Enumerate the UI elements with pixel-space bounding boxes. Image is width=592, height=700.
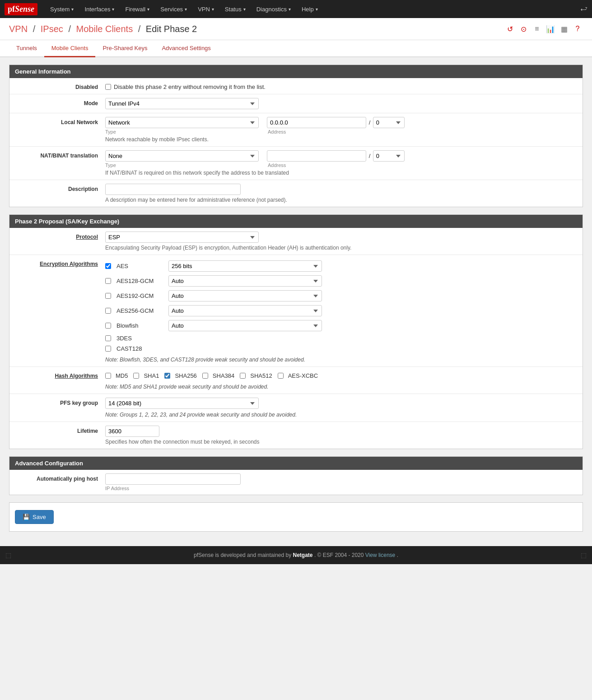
label-hash: Hash Algorithms — [15, 371, 105, 379]
select-enc-aes-bits[interactable]: 128 bits 192 bits 256 bits Auto — [168, 260, 322, 272]
footer: ⬚ pfSense is developed and maintained by… — [0, 546, 592, 564]
enc-row-blowfish: Blowfish Auto 128 bits192 bits256 bits — [105, 318, 577, 333]
checkbox-enc-blowfish[interactable] — [105, 323, 111, 329]
checkbox-disabled[interactable] — [105, 84, 111, 90]
local-network-help: Network reachable by mobile IPsec client… — [105, 136, 577, 143]
input-lifetime[interactable] — [105, 426, 159, 437]
checkbox-hash-sha384[interactable] — [202, 373, 208, 379]
breadcrumb-vpn[interactable]: VPN — [9, 24, 28, 34]
hash-item-aes-xcbc: AES-XCBC — [278, 372, 318, 379]
select-nat-type[interactable]: None Network Address — [105, 150, 259, 162]
select-local-network-type[interactable]: Network LAN subnet WAN subnet Address — [105, 117, 259, 128]
breadcrumb-sep-1: / — [33, 24, 38, 34]
row-nat: NAT/BINAT translation None Network Addre… — [9, 147, 583, 180]
input-local-network-addr[interactable] — [267, 117, 366, 128]
checkbox-enc-cast128[interactable] — [105, 346, 111, 352]
content-protocol: ESP AH Encapsulating Security Payload (E… — [105, 232, 577, 251]
enc-label-aes: AES — [105, 263, 164, 269]
nav-vpn[interactable]: VPN ▾ — [192, 0, 219, 18]
input-description[interactable] — [105, 184, 241, 195]
content-description: A description may be entered here for ad… — [105, 184, 577, 203]
select-enc-blowfish-bits[interactable]: Auto 128 bits192 bits256 bits — [168, 320, 322, 331]
breadcrumb-sep-3: / — [138, 24, 143, 34]
lifetime-spinner — [105, 426, 159, 437]
section-advanced-header: Advanced Configuration — [9, 457, 583, 470]
breadcrumb-actions: ↺ ⊙ ≡ 📊 ▦ ? — [504, 23, 583, 34]
select-nat-mask[interactable]: 018162432 — [373, 150, 405, 162]
description-help: A description may be entered here for ad… — [105, 197, 577, 203]
top-navigation: pfSense System ▾ Interfaces ▾ Firewall ▾… — [0, 0, 592, 18]
hash-label-sha1: SHA1 — [144, 372, 159, 379]
checkbox-hash-sha256[interactable] — [164, 373, 170, 379]
select-local-network-mask[interactable]: 0128162432 — [373, 117, 405, 128]
checkbox-hash-sha512[interactable] — [240, 373, 246, 379]
nav-interfaces[interactable]: Interfaces ▾ — [79, 0, 120, 18]
nav-system[interactable]: System ▾ — [45, 0, 79, 18]
checkbox-hash-sha1[interactable] — [133, 373, 139, 379]
content-disabled: Disable this phase 2 entry without remov… — [105, 82, 577, 90]
select-enc-aes192gcm-bits[interactable]: Auto 64 bits96 bits128 bits — [168, 290, 322, 301]
checkbox-enc-aes256gcm[interactable] — [105, 308, 111, 314]
hash-algorithms-row: MD5 SHA1 SHA256 SHA384 — [105, 371, 577, 381]
save-label: Save — [33, 514, 46, 520]
enc-label-cast128: CAST128 — [105, 345, 164, 352]
enc-label-aes256gcm: AES256-GCM — [105, 307, 164, 314]
breadcrumb-mobile-clients[interactable]: Mobile Clients — [76, 24, 133, 34]
checkbox-enc-aes[interactable] — [105, 263, 111, 269]
nav-services[interactable]: Services ▾ — [155, 0, 192, 18]
select-protocol[interactable]: ESP AH — [105, 232, 259, 243]
nav-status[interactable]: Status ▾ — [219, 0, 251, 18]
tabs-bar: Tunnels Mobile Clients Pre-Shared Keys A… — [0, 40, 592, 57]
select-pfs[interactable]: off 1 (768 bit) 2 (1024 bit) 5 (1536 bit… — [105, 398, 259, 409]
hash-item-sha1: SHA1 — [133, 372, 159, 379]
breadcrumb-ipsec[interactable]: IPsec — [41, 24, 63, 34]
input-ping-host[interactable] — [105, 473, 241, 485]
content-pfs: off 1 (768 bit) 2 (1024 bit) 5 (1536 bit… — [105, 398, 577, 418]
topnav-action-icon[interactable]: ⮐ — [580, 5, 587, 13]
grid-icon[interactable]: ▦ — [559, 23, 569, 34]
footer-license-link[interactable]: View license — [365, 552, 395, 558]
select-mode[interactable]: Tunnel IPv4 Tunnel IPv6 Transport — [105, 98, 259, 109]
section-advanced: Advanced Configuration Automatically pin… — [9, 456, 583, 495]
content-encryption: AES 128 bits 192 bits 256 bits Auto AES1 — [105, 259, 577, 363]
checkbox-hash-aes-xcbc[interactable] — [278, 373, 284, 379]
hash-note: Note: MD5 and SHA1 provide weak security… — [105, 384, 577, 390]
logo[interactable]: pfSense — [5, 3, 37, 15]
checkbox-enc-3des[interactable] — [105, 335, 111, 341]
breadcrumb: VPN / IPsec / Mobile Clients / Edit Phas… — [9, 24, 197, 34]
row-protocol: Protocol ESP AH Encapsulating Security P… — [9, 228, 583, 255]
save-button[interactable]: 💾 Save — [15, 510, 54, 524]
checkbox-hash-md5[interactable] — [105, 373, 111, 379]
list-icon[interactable]: ≡ — [531, 23, 542, 34]
checkbox-enc-aes128gcm[interactable] — [105, 278, 111, 284]
tab-mobile-clients[interactable]: Mobile Clients — [44, 40, 96, 57]
label-disabled: Disabled — [15, 82, 105, 90]
reload-icon[interactable]: ↺ — [504, 23, 515, 34]
nav-diagnostics[interactable]: Diagnostics ▾ — [251, 0, 296, 18]
enc-label-3des: 3DES — [105, 335, 164, 342]
section-phase2-header: Phase 2 Proposal (SA/Key Exchange) — [9, 215, 583, 228]
chart-icon[interactable]: 📊 — [545, 23, 556, 34]
nat-addr-sublabel: Address — [268, 162, 405, 168]
config-icon[interactable]: ⊙ — [518, 23, 529, 34]
tab-pre-shared-keys[interactable]: Pre-Shared Keys — [95, 40, 154, 57]
save-icon: 💾 — [23, 514, 30, 520]
button-area: 💾 Save — [9, 502, 583, 532]
checkbox-enc-aes192gcm[interactable] — [105, 293, 111, 299]
select-enc-aes256gcm-bits[interactable]: Auto 64 bits96 bits128 bits — [168, 305, 322, 316]
select-enc-aes128gcm-bits[interactable]: Auto 64 bits96 bits128 bits — [168, 275, 322, 287]
enc-label-aes192gcm: AES192-GCM — [105, 292, 164, 299]
enc-row-aes: AES 128 bits 192 bits 256 bits Auto — [105, 259, 577, 274]
label-protocol: Protocol — [15, 232, 105, 240]
hash-label-sha512: SHA512 — [250, 372, 272, 379]
input-nat-addr[interactable] — [267, 150, 366, 162]
content-mode: Tunnel IPv4 Tunnel IPv6 Transport — [105, 98, 577, 109]
tab-advanced-settings[interactable]: Advanced Settings — [154, 40, 218, 57]
row-description: Description A description may be entered… — [9, 180, 583, 207]
content-nat: None Network Address Type / — [105, 150, 577, 176]
nav-firewall[interactable]: Firewall ▾ — [120, 0, 155, 18]
nav-help[interactable]: Help ▾ — [296, 0, 323, 18]
row-mode: Mode Tunnel IPv4 Tunnel IPv6 Transport — [9, 94, 583, 113]
tab-tunnels[interactable]: Tunnels — [9, 40, 44, 57]
help-icon[interactable]: ? — [572, 23, 583, 34]
